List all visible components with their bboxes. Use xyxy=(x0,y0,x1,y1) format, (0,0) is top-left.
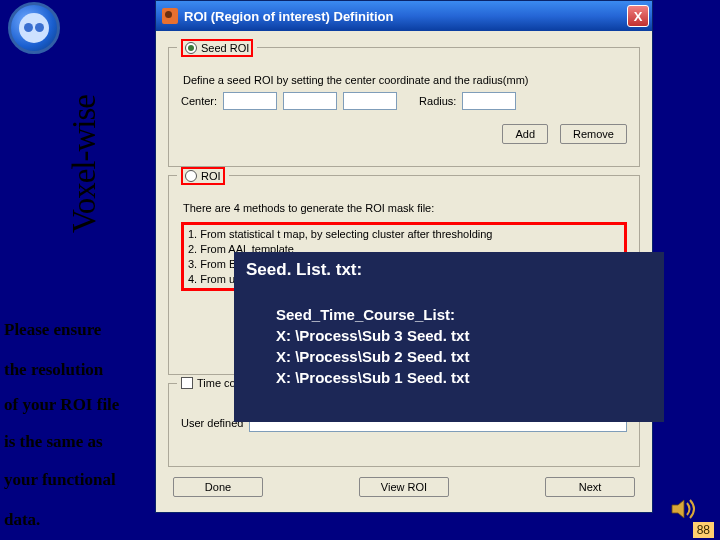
side-text-line: is the same as xyxy=(4,432,144,452)
side-text-line: your functional xyxy=(4,470,144,490)
page-number: 88 xyxy=(693,522,714,538)
overlay-title: Seed. List. txt: xyxy=(246,260,652,280)
brand-logo xyxy=(8,2,60,54)
seed-list-overlay: Seed. List. txt: Seed_Time_Course_List: … xyxy=(234,252,664,422)
overlay-body: Seed_Time_Course_List: X: \Process\Sub 3… xyxy=(276,304,652,388)
window-title: ROI (Region of interest) Definition xyxy=(184,9,393,24)
roi-method-line: 1. From statistical t map, by selecting … xyxy=(188,227,620,242)
timecourse-checkbox[interactable] xyxy=(181,377,193,389)
seed-remove-button[interactable]: Remove xyxy=(560,124,627,144)
center-label: Center: xyxy=(181,95,217,107)
close-button[interactable]: X xyxy=(627,5,649,27)
seed-roi-radio-highlight: Seed ROI xyxy=(181,39,253,57)
done-button[interactable]: Done xyxy=(173,477,263,497)
next-button[interactable]: Next xyxy=(545,477,635,497)
center-x-field[interactable] xyxy=(223,92,277,110)
seed-add-button[interactable]: Add xyxy=(502,124,548,144)
overlay-line: X: \Process\Sub 3 Seed. txt xyxy=(276,325,652,346)
brand-logo-inner xyxy=(19,13,49,43)
svg-marker-0 xyxy=(672,500,684,518)
overlay-line: X: \Process\Sub 2 Seed. txt xyxy=(276,346,652,367)
center-y-field[interactable] xyxy=(283,92,337,110)
seed-center-row: Center: Radius: xyxy=(181,92,627,110)
center-z-field[interactable] xyxy=(343,92,397,110)
side-text-line: data. xyxy=(4,510,144,530)
seed-roi-radio[interactable] xyxy=(185,42,197,54)
seed-roi-description: Define a seed ROI by setting the center … xyxy=(183,74,625,86)
roi-radio-highlight: ROI xyxy=(181,167,225,185)
seed-roi-legend-label: Seed ROI xyxy=(201,42,249,54)
side-text-line: the resolution xyxy=(4,360,144,380)
side-text-line: of your ROI file xyxy=(4,395,144,415)
view-roi-button[interactable]: View ROI xyxy=(359,477,449,497)
seed-roi-group: Seed ROI Define a seed ROI by setting th… xyxy=(168,47,640,167)
radius-label: Radius: xyxy=(419,95,456,107)
vertical-title: Voxel-wise xyxy=(68,95,98,233)
overlay-line: X: \Process\Sub 1 Seed. txt xyxy=(276,367,652,388)
side-text-line: Please ensure xyxy=(4,320,144,340)
roi-legend: ROI xyxy=(177,167,229,185)
dialog-button-row: Done View ROI Next xyxy=(168,467,640,502)
radius-field[interactable] xyxy=(462,92,516,110)
roi-legend-label: ROI xyxy=(201,170,221,182)
close-icon: X xyxy=(634,9,643,24)
overlay-heading: Seed_Time_Course_List: xyxy=(276,304,652,325)
speaker-icon xyxy=(670,498,700,520)
app-icon xyxy=(162,8,178,24)
seed-roi-legend: Seed ROI xyxy=(177,39,257,57)
roi-radio[interactable] xyxy=(185,170,197,182)
roi-description: There are 4 methods to generate the ROI … xyxy=(183,202,625,214)
titlebar[interactable]: ROI (Region of interest) Definition X xyxy=(156,1,652,31)
